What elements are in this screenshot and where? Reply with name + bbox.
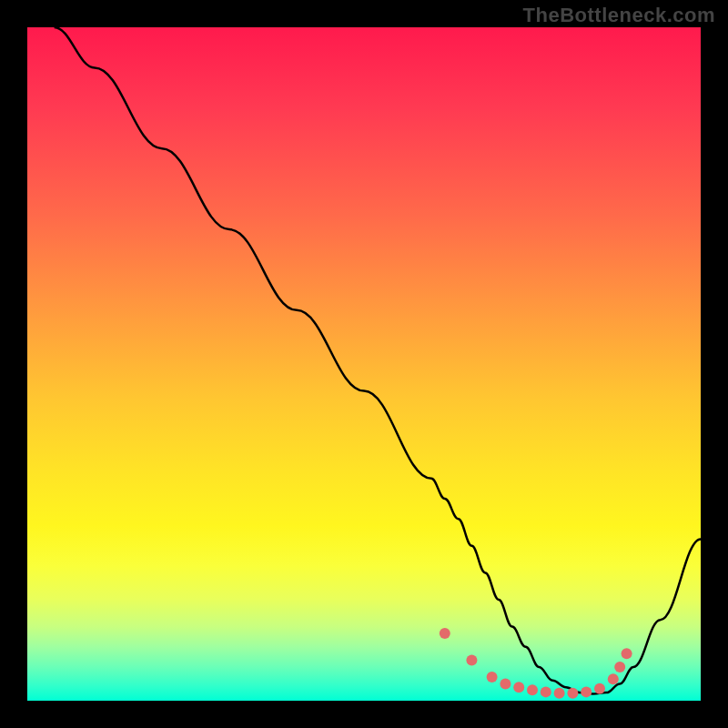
- plot-area: [27, 27, 701, 701]
- data-marker: [622, 648, 632, 659]
- data-marker: [581, 686, 592, 697]
- data-marker: [541, 686, 551, 697]
- data-marker: [594, 683, 605, 694]
- data-marker: [466, 655, 477, 666]
- data-marker: [554, 688, 565, 699]
- data-marker: [608, 673, 619, 684]
- chart-container: TheBottleneck.com: [0, 0, 728, 728]
- data-marker: [513, 682, 524, 693]
- data-marker: [527, 684, 538, 695]
- data-marker: [487, 672, 498, 682]
- data-marker: [440, 628, 450, 639]
- curve-svg: [27, 27, 701, 701]
- main-curve: [55, 27, 701, 694]
- data-marker: [500, 679, 511, 690]
- data-marker: [567, 688, 578, 699]
- data-marker: [614, 662, 625, 672]
- watermark-text: TheBottleneck.com: [523, 4, 715, 27]
